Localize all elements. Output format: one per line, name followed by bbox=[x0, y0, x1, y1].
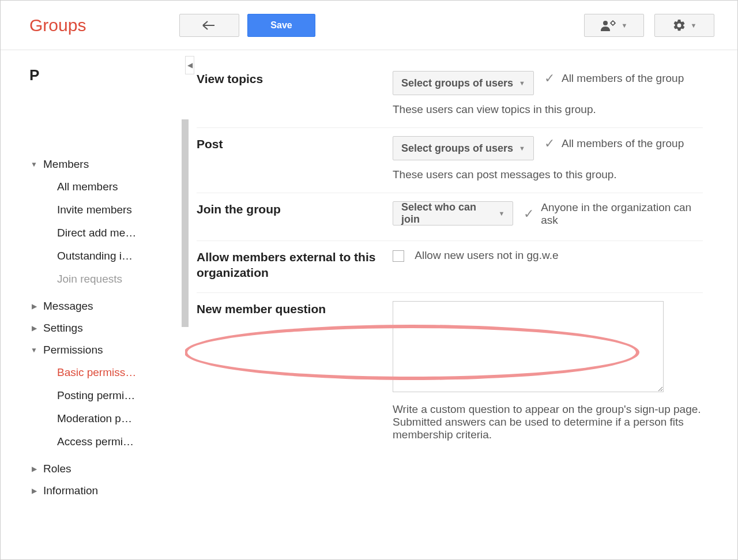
row-label: New member question bbox=[197, 301, 393, 441]
triangle-right-icon: ▶ bbox=[29, 324, 39, 332]
caret-down-icon: ▼ bbox=[498, 210, 504, 217]
nav-settings[interactable]: ▶ Settings bbox=[29, 317, 179, 339]
selected-text: Anyone in the organization can ask bbox=[541, 201, 703, 227]
check-icon: ✓ bbox=[544, 136, 555, 151]
row-description: These users can view topics in this grou… bbox=[393, 103, 703, 116]
view-topics-select[interactable]: Select groups of users ▼ bbox=[393, 71, 534, 95]
triangle-right-icon: ▶ bbox=[29, 487, 39, 495]
row-label: View topics bbox=[197, 71, 393, 116]
row-external: Allow members external to this organizat… bbox=[197, 241, 703, 293]
person-gear-icon bbox=[601, 20, 617, 31]
top-bar: Groups Save ▼ ▼ bbox=[1, 1, 737, 50]
row-description: These users can post messages to this gr… bbox=[393, 168, 703, 181]
check-icon: ✓ bbox=[544, 71, 555, 86]
nav-members[interactable]: ▼ Members bbox=[29, 153, 179, 175]
row-view-topics: View topics Select groups of users ▼ ✓ A… bbox=[197, 63, 703, 128]
svg-point-1 bbox=[611, 21, 615, 25]
selected-text: All members of the group bbox=[562, 72, 684, 85]
external-checkbox[interactable] bbox=[393, 250, 404, 262]
sidebar-letter: P bbox=[29, 66, 179, 84]
row-post: Post Select groups of users ▼ ✓ All memb… bbox=[197, 128, 703, 193]
caret-down-icon: ▼ bbox=[519, 145, 525, 152]
nav-label: Settings bbox=[43, 322, 83, 335]
check-icon: ✓ bbox=[524, 206, 534, 221]
select-text: Select groups of users bbox=[401, 142, 513, 155]
triangle-right-icon: ▶ bbox=[29, 302, 39, 310]
nav-label: Roles bbox=[43, 463, 71, 475]
nav-outstanding[interactable]: Outstanding i… bbox=[29, 245, 179, 268]
nav-invite-members[interactable]: Invite members bbox=[29, 198, 179, 221]
settings-menu-button[interactable]: ▼ bbox=[654, 14, 714, 37]
nav-information[interactable]: ▶ Information bbox=[29, 480, 179, 502]
svg-point-0 bbox=[603, 21, 608, 25]
nav-join-requests: Join requests bbox=[29, 268, 179, 291]
caret-down-icon: ▼ bbox=[691, 22, 697, 29]
nav-permissions[interactable]: ▼ Permissions bbox=[29, 339, 179, 361]
nav-label: Permissions bbox=[43, 344, 103, 356]
save-button[interactable]: Save bbox=[247, 14, 315, 37]
caret-down-icon: ▼ bbox=[622, 22, 628, 29]
selected-text: All members of the group bbox=[562, 137, 684, 150]
triangle-down-icon: ▼ bbox=[29, 160, 39, 168]
back-arrow-icon bbox=[202, 20, 217, 31]
nav-access-permissions[interactable]: Access permi… bbox=[29, 430, 179, 453]
triangle-right-icon: ▶ bbox=[29, 465, 39, 473]
row-label: Post bbox=[197, 136, 393, 181]
nav-label: Messages bbox=[43, 300, 93, 313]
nav-label: Members bbox=[43, 158, 89, 171]
nav-basic-permissions[interactable]: Basic permiss… bbox=[29, 361, 179, 384]
question-textarea[interactable] bbox=[393, 301, 664, 392]
select-text: Select who can join bbox=[401, 201, 492, 225]
right-toolbar: ▼ ▼ bbox=[584, 14, 714, 37]
row-description: Write a custom question to appear on the… bbox=[393, 403, 703, 441]
checkbox-label: Allow new users not in gg.w.e bbox=[415, 249, 558, 261]
members-menu-button[interactable]: ▼ bbox=[584, 14, 644, 37]
caret-down-icon: ▼ bbox=[519, 80, 525, 87]
join-select[interactable]: Select who can join ▼ bbox=[393, 201, 513, 225]
sidebar: P ◀ ▼ Members All members Invite members… bbox=[1, 50, 185, 559]
nav-direct-add[interactable]: Direct add me… bbox=[29, 221, 179, 245]
main-content: View topics Select groups of users ▼ ✓ A… bbox=[185, 50, 737, 559]
select-text: Select groups of users bbox=[401, 77, 513, 89]
back-button[interactable] bbox=[179, 14, 239, 37]
nav-moderation-permissions[interactable]: Moderation p… bbox=[29, 407, 179, 430]
row-join: Join the group Select who can join ▼ ✓ A… bbox=[197, 193, 703, 241]
row-label: Join the group bbox=[197, 201, 393, 229]
post-select[interactable]: Select groups of users ▼ bbox=[393, 136, 534, 160]
app-logo[interactable]: Groups bbox=[29, 16, 179, 35]
triangle-down-icon: ▼ bbox=[29, 346, 39, 354]
nav-messages[interactable]: ▶ Messages bbox=[29, 295, 179, 317]
nav-label: Information bbox=[43, 484, 98, 497]
toolbar: Save bbox=[179, 14, 315, 37]
nav-roles[interactable]: ▶ Roles bbox=[29, 458, 179, 480]
nav-all-members[interactable]: All members bbox=[29, 175, 179, 198]
row-question: New member question Write a custom quest… bbox=[197, 293, 703, 453]
gear-icon bbox=[672, 18, 686, 32]
nav-posting-permissions[interactable]: Posting permi… bbox=[29, 384, 179, 407]
row-label: Allow members external to this organizat… bbox=[197, 249, 393, 281]
